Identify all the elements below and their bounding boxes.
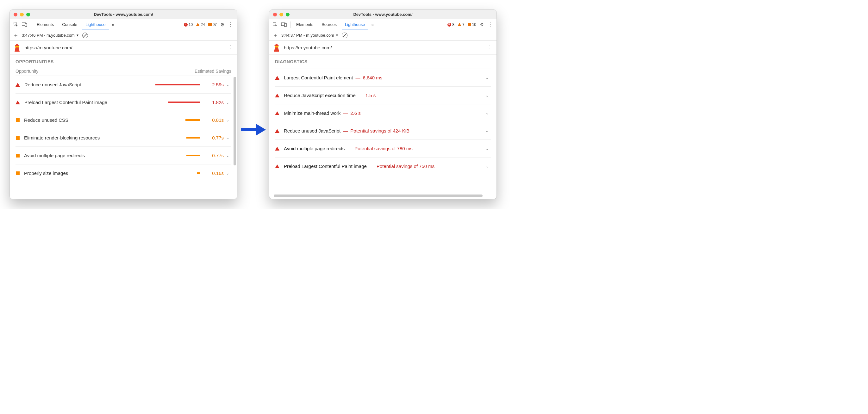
minimize-window-icon[interactable]	[20, 13, 24, 17]
issue-badges: 10 24 97 ⚙ ⋮	[183, 22, 235, 28]
settings-icon[interactable]: ⚙	[219, 22, 226, 28]
diagnostic-row[interactable]: Avoid multiple page redirects—Potential …	[275, 139, 491, 157]
dash-separator: —	[343, 128, 348, 133]
errors-badge[interactable]: 10	[183, 23, 194, 27]
dash-separator: —	[358, 93, 363, 98]
col-savings: Estimated Savings	[195, 69, 231, 74]
caret-down-icon: ▼	[335, 34, 339, 37]
diagnostic-value: 2.6 s	[350, 110, 361, 116]
new-report-icon[interactable]: ＋	[13, 32, 19, 39]
tabs-row: Elements Console Lighthouse » 10 24 97 ⚙…	[10, 19, 237, 30]
chevron-down-icon: ⌄	[483, 146, 491, 151]
warnings-badge[interactable]: 24	[195, 23, 206, 27]
clear-icon[interactable]	[342, 33, 347, 38]
chevron-down-icon: ⌄	[224, 153, 231, 158]
tab-lighthouse[interactable]: Lighthouse	[82, 20, 109, 29]
inspect-icon[interactable]	[272, 21, 279, 28]
report-selector[interactable]: 3:44:37 PM - m.youtube.com ▼	[281, 33, 339, 38]
dash-separator: —	[355, 75, 360, 80]
savings-bar	[152, 155, 200, 156]
device-toggle-icon[interactable]	[281, 21, 288, 28]
opportunity-label: Eliminate render-blocking resources	[24, 135, 152, 140]
severity-error-icon	[275, 129, 279, 133]
tab-elements[interactable]: Elements	[293, 20, 316, 29]
diagnostic-label: Avoid multiple page redirects	[284, 146, 345, 151]
opportunity-row[interactable]: Preload Largest Contentful Paint image1.…	[16, 93, 231, 111]
tab-sources[interactable]: Sources	[318, 20, 340, 29]
settings-icon[interactable]: ⚙	[478, 22, 485, 28]
report-selector[interactable]: 3:47:46 PM - m.youtube.com ▼	[22, 33, 79, 38]
svg-marker-4	[256, 124, 266, 135]
minimize-window-icon[interactable]	[279, 13, 283, 17]
chevron-down-icon: ⌄	[224, 171, 231, 176]
diagnostic-label: Minimize main-thread work	[284, 110, 340, 116]
column-headers: Opportunity Estimated Savings	[16, 69, 231, 74]
clear-icon[interactable]	[82, 33, 88, 38]
opportunity-row[interactable]: Reduce unused JavaScript2.59s⌄	[16, 75, 231, 93]
menu-icon[interactable]: ⋮	[486, 22, 494, 28]
savings-bar	[152, 137, 200, 138]
opportunity-row[interactable]: Reduce unused CSS0.81s⌄	[16, 111, 231, 129]
opportunity-row[interactable]: Properly size images0.16s⌄	[16, 164, 231, 182]
device-toggle-icon[interactable]	[21, 21, 28, 28]
svg-rect-7	[284, 23, 286, 27]
diagnostic-value: 1.5 s	[366, 93, 376, 98]
tab-elements[interactable]: Elements	[34, 20, 57, 29]
report-menu-icon[interactable]: ⋮	[487, 44, 493, 51]
diagnostic-row[interactable]: Largest Contentful Paint element—6,640 m…	[275, 69, 491, 86]
caret-down-icon: ▼	[76, 34, 79, 37]
info-badge[interactable]: 97	[207, 23, 218, 27]
report-body: DIAGNOSTICS Largest Contentful Paint ele…	[269, 55, 496, 199]
scrollbar-horizontal[interactable]	[274, 194, 483, 197]
report-menu-icon[interactable]: ⋮	[227, 44, 233, 51]
chevron-down-icon: ⌄	[224, 135, 231, 140]
close-window-icon[interactable]	[13, 13, 18, 17]
savings-bar	[152, 84, 200, 85]
info-badge[interactable]: 10	[467, 23, 477, 27]
severity-error-icon	[16, 101, 20, 104]
savings-bar	[152, 101, 200, 103]
diagnostic-row[interactable]: Reduce unused JavaScript—Potential savin…	[275, 122, 491, 139]
opportunity-row[interactable]: Avoid multiple page redirects0.77s⌄	[16, 147, 231, 164]
opportunity-label: Properly size images	[24, 170, 152, 176]
diagnostic-row[interactable]: Reduce JavaScript execution time—1.5 s⌄	[275, 86, 491, 104]
chevron-down-icon: ⌄	[224, 118, 231, 122]
diagnostic-row[interactable]: Minimize main-thread work—2.6 s⌄	[275, 104, 491, 122]
chevron-down-icon: ⌄	[483, 93, 491, 98]
maximize-window-icon[interactable]	[286, 13, 289, 17]
new-report-icon[interactable]: ＋	[273, 32, 278, 39]
chevron-down-icon: ⌄	[224, 82, 231, 87]
savings-value: 0.77s	[205, 153, 224, 158]
severity-error-icon	[275, 94, 279, 97]
separator	[31, 22, 31, 28]
section-title: DIAGNOSTICS	[275, 59, 491, 64]
menu-icon[interactable]: ⋮	[227, 22, 235, 28]
tab-lighthouse[interactable]: Lighthouse	[342, 20, 368, 29]
window-controls	[10, 13, 30, 17]
separator	[290, 22, 290, 28]
warnings-badge[interactable]: 7	[457, 23, 465, 27]
close-window-icon[interactable]	[273, 13, 277, 17]
dash-separator: —	[343, 110, 348, 116]
severity-error-icon	[275, 164, 279, 168]
errors-badge[interactable]: 8	[446, 23, 455, 27]
url-bar: https://m.youtube.com/ ⋮	[269, 41, 496, 55]
lighthouse-icon	[13, 44, 21, 52]
severity-warning-icon	[16, 136, 20, 140]
severity-error-icon	[275, 76, 279, 80]
scrollbar-vertical[interactable]	[234, 77, 236, 165]
savings-value: 1.82s	[205, 100, 224, 105]
chevron-down-icon: ⌄	[483, 164, 491, 168]
more-tabs-icon[interactable]: »	[111, 22, 116, 27]
svg-rect-2	[25, 23, 27, 27]
dash-separator: —	[347, 146, 352, 151]
comparison-arrow-icon	[241, 123, 266, 137]
opportunity-row[interactable]: Eliminate render-blocking resources0.77s…	[16, 129, 231, 147]
maximize-window-icon[interactable]	[26, 13, 30, 17]
tab-console[interactable]: Console	[59, 20, 81, 29]
diagnostic-row[interactable]: Preload Largest Contentful Paint image—P…	[275, 157, 491, 175]
inspect-icon[interactable]	[12, 21, 19, 28]
more-tabs-icon[interactable]: »	[370, 22, 375, 27]
report-body: OPPORTUNITIES Opportunity Estimated Savi…	[10, 55, 237, 199]
url-bar: https://m.youtube.com/ ⋮	[10, 41, 237, 55]
